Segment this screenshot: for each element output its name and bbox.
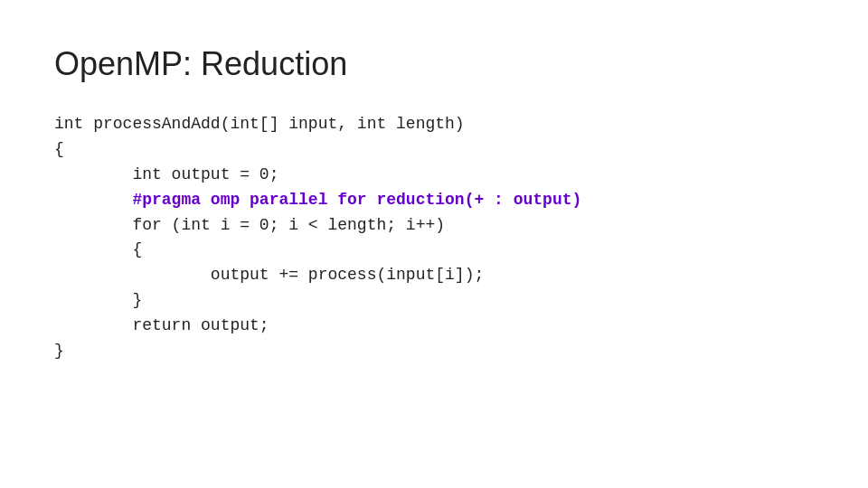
code-line: int output = 0; bbox=[54, 163, 814, 188]
code-line: { bbox=[54, 238, 814, 263]
code-block: int processAndAdd(int[] input, int lengt… bbox=[54, 112, 814, 364]
code-line: } bbox=[54, 288, 814, 314]
slide: OpenMP: Reduction int processAndAdd(int[… bbox=[0, 0, 868, 488]
code-line: for (int i = 0; i < length; i++) bbox=[54, 213, 814, 239]
code-line: } bbox=[54, 339, 814, 364]
code-line: output += process(input[i]); bbox=[54, 263, 814, 288]
slide-title: OpenMP: Reduction bbox=[54, 45, 814, 83]
code-line: #pragma omp parallel for reduction(+ : o… bbox=[54, 188, 814, 213]
code-line: { bbox=[54, 137, 814, 163]
code-line: int processAndAdd(int[] input, int lengt… bbox=[54, 112, 814, 137]
code-line: return output; bbox=[54, 314, 814, 339]
